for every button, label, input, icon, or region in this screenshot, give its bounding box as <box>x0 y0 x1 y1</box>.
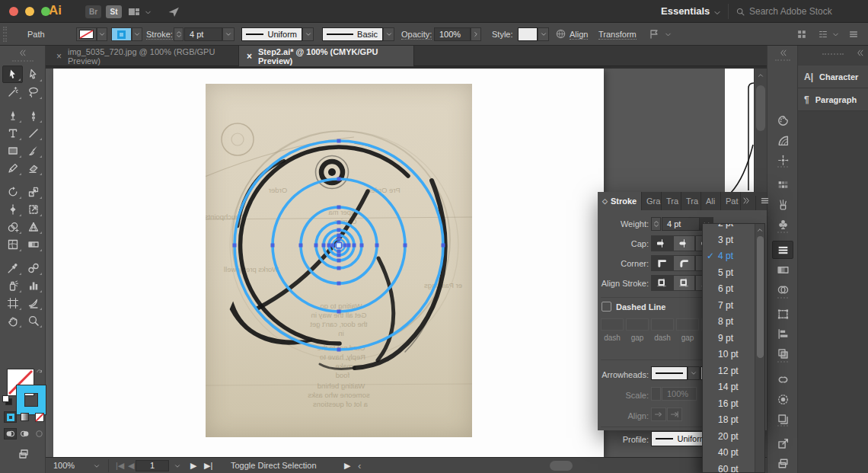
close-tab-icon[interactable]: × <box>247 51 252 62</box>
corner-round-button[interactable] <box>673 255 695 271</box>
pen-tool[interactable] <box>2 107 23 124</box>
weight-option-40pt[interactable]: ✓40 pt <box>703 444 755 461</box>
align-stroke-center-button[interactable] <box>651 275 673 291</box>
screen-mode-button[interactable] <box>17 448 30 459</box>
weight-option-8pt[interactable]: ✓8 pt <box>703 313 755 330</box>
hand-tool[interactable] <box>2 312 23 329</box>
gradient-panel-icon[interactable] <box>772 260 793 279</box>
dock-group-handle[interactable] <box>777 232 788 234</box>
lasso-tool[interactable] <box>23 83 43 101</box>
weight-field[interactable]: 4 pt <box>662 217 700 231</box>
blend-tool[interactable] <box>23 259 43 276</box>
artboard[interactable]: OrderPre OrderTouchpointsPaper maCarrier… <box>53 69 604 457</box>
stroke-panel-link[interactable]: Stroke: <box>146 30 173 40</box>
paintbrush-tool[interactable] <box>23 142 43 159</box>
stroke-color-swatch[interactable] <box>111 27 132 41</box>
tab-gradient[interactable]: Gra <box>642 192 662 210</box>
artboard-tool[interactable] <box>2 294 23 312</box>
arrange-documents-icon[interactable] <box>128 6 140 18</box>
zoom-tool[interactable] <box>23 312 43 329</box>
color-panel-icon[interactable] <box>772 111 793 129</box>
workspace-chevron-icon[interactable] <box>713 8 722 18</box>
dock-group-handle[interactable] <box>777 297 788 299</box>
transform-chevron-icon[interactable] <box>664 30 672 39</box>
tab-stroke[interactable]: ◇ Stroke <box>598 192 642 210</box>
variable-width-profile-select[interactable]: Uniform <box>241 27 302 41</box>
type-tool[interactable] <box>2 124 23 142</box>
arrowhead-start-select[interactable] <box>651 366 688 380</box>
collapse-tools-icon[interactable] <box>18 49 27 57</box>
menu-scroll-thumb[interactable] <box>757 236 764 358</box>
cap-butt-button[interactable] <box>651 235 673 251</box>
tab-transform[interactable]: Tra <box>681 192 701 210</box>
opacity-field[interactable]: 100% <box>434 27 471 41</box>
weight-option-7pt[interactable]: ✓7 pt <box>703 297 755 314</box>
weight-option-20pt[interactable]: ✓20 pt <box>703 428 755 445</box>
eyedropper-tool[interactable] <box>2 259 23 276</box>
brush-definition-select[interactable]: Basic <box>322 27 383 41</box>
align-panel-icon[interactable] <box>772 324 793 343</box>
share-rocket-icon[interactable] <box>168 5 180 18</box>
draw-behind-button[interactable] <box>18 428 31 439</box>
rotate-tool[interactable] <box>2 183 23 200</box>
character-panel-button[interactable]: A| Character <box>798 66 868 88</box>
status-play-icon[interactable]: ▶ <box>344 461 350 471</box>
next-artboard-button[interactable]: ▶ <box>190 461 196 471</box>
draw-inside-button[interactable] <box>33 428 46 439</box>
appearance-panel-icon[interactable] <box>772 305 793 323</box>
symbol-sprayer-tool[interactable] <box>2 276 23 294</box>
bridge-button[interactable]: Br <box>85 5 101 18</box>
first-artboard-button[interactable]: |◀ <box>116 461 124 471</box>
arrowhead-start-chevron[interactable] <box>688 366 700 380</box>
opacity-link[interactable]: Opacity: <box>401 30 432 40</box>
zoom-level-value[interactable]: 100% <box>53 461 75 470</box>
color-guide-panel-icon[interactable] <box>772 131 793 149</box>
dock-drag-handle[interactable] <box>775 59 790 62</box>
swap-fill-stroke-icon[interactable] <box>36 368 45 377</box>
panel-list-icon[interactable] <box>818 29 828 40</box>
paragraph-panel-button[interactable]: ¶ Paragraph <box>798 88 868 111</box>
brushes-panel-icon[interactable] <box>772 195 793 213</box>
stock-button[interactable]: St <box>106 5 122 18</box>
none-mode-button[interactable] <box>33 411 46 423</box>
weight-stepper[interactable] <box>651 217 661 231</box>
previous-artboard-button[interactable]: ◀ <box>128 461 134 471</box>
line-segment-tool[interactable] <box>23 124 43 142</box>
stroke-weight-chevron[interactable] <box>222 27 235 41</box>
weight-option-5pt[interactable]: ✓5 pt <box>703 264 755 281</box>
close-tab-icon[interactable]: × <box>56 51 62 62</box>
placed-photo[interactable]: OrderPre OrderTouchpointsPaper maCarrier… <box>206 84 472 437</box>
selection-tool[interactable] <box>2 66 23 83</box>
tab-pathfinder[interactable]: Pat <box>721 192 741 210</box>
shape-builder-tool[interactable] <box>2 218 23 235</box>
align-panel-link[interactable]: Align <box>570 30 588 40</box>
tab-align[interactable]: Ali <box>701 192 721 210</box>
menu-scrollbar[interactable] <box>755 224 764 472</box>
weight-option-4pt[interactable]: ✓4 pt <box>703 248 755 264</box>
fill-color-chevron[interactable] <box>97 27 107 41</box>
workspace-switcher[interactable]: Essentials <box>661 5 710 17</box>
libraries-panel-icon[interactable] <box>772 370 793 388</box>
last-artboard-button[interactable]: ▶| <box>204 461 212 471</box>
document-tab-active[interactable]: × Step2.ai* @ 100% (CMYK/GPU Preview) <box>239 46 414 66</box>
direct-selection-tool[interactable] <box>23 66 43 83</box>
weight-option-12pt[interactable]: ✓12 pt <box>703 363 755 379</box>
artboard-menu-chevron-icon[interactable] <box>174 462 181 470</box>
stroke-weight-stepper[interactable] <box>174 27 183 41</box>
perspective-grid-tool[interactable] <box>23 218 43 235</box>
weight-option-16pt[interactable]: ✓16 pt <box>703 395 755 412</box>
reference-point-icon[interactable] <box>649 28 661 40</box>
search-input[interactable]: Search Adobe Stock <box>736 4 863 19</box>
scale-tool[interactable] <box>23 183 43 200</box>
panels-drag-handle[interactable] <box>822 53 844 56</box>
status-back-icon[interactable]: ‹ <box>358 460 361 471</box>
draw-normal-button[interactable] <box>4 428 17 439</box>
stroke-color-chevron[interactable] <box>132 27 142 41</box>
layers-panel-icon[interactable] <box>772 454 793 472</box>
opacity-chevron[interactable] <box>471 27 481 41</box>
graphic-style-select[interactable] <box>518 27 538 41</box>
expand-dock-icon[interactable] <box>779 49 787 57</box>
menu-icon[interactable] <box>848 29 859 40</box>
collapse-panels-icon[interactable] <box>856 49 864 57</box>
fill-color-swatch[interactable] <box>76 27 97 41</box>
